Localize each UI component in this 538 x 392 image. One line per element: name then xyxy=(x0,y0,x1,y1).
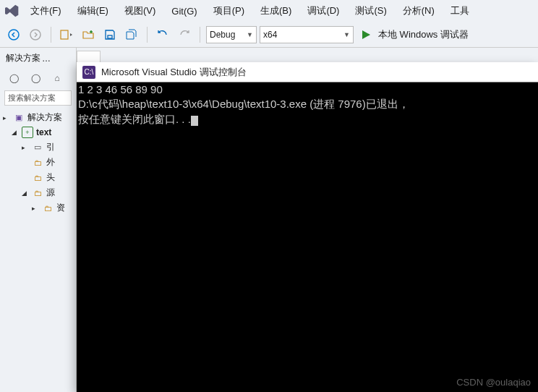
solution-label: 解决方案 xyxy=(27,111,62,124)
menu-tools[interactable]: 工具 xyxy=(443,1,477,20)
console-line-3: 按任意键关闭此窗口. . . xyxy=(78,113,191,125)
redo-button[interactable] xyxy=(175,25,194,44)
source-node[interactable]: ◢ 🗀 源 xyxy=(0,185,76,200)
menu-project[interactable]: 项目(P) xyxy=(206,1,252,20)
folder-icon: 🗀 xyxy=(32,172,43,184)
console-cursor xyxy=(191,116,198,126)
folder-icon: 🗀 xyxy=(32,187,43,199)
toolbar-sep3 xyxy=(200,27,200,43)
source-label: 源 xyxy=(46,187,55,199)
console-app-icon: C:\ xyxy=(82,66,95,79)
expand-icon: ▸ xyxy=(3,114,10,122)
cpp-file-node[interactable]: ▸ 🗀 资 xyxy=(0,200,76,216)
toolbar-sep2 xyxy=(147,27,148,43)
external-label: 外 xyxy=(46,156,55,169)
vs-logo-icon xyxy=(3,1,22,20)
solution-explorer-toolbar: ◯ ◯ ⌂ xyxy=(0,69,76,88)
expand-icon: ▸ xyxy=(32,205,39,212)
nav-forward-button[interactable] xyxy=(26,25,45,44)
save-all-button[interactable] xyxy=(122,25,141,44)
expand-icon: ◢ xyxy=(22,189,29,197)
project-label: text xyxy=(36,127,51,137)
solution-icon: ▣ xyxy=(13,112,25,124)
solution-explorer-panel: 解决方案 ◯ ◯ ⌂ 搜索解决方案 ▸ ▣ 解决方案 ◢ + text ▸ ▭ … xyxy=(0,48,77,392)
menu-view[interactable]: 视图(V) xyxy=(117,1,163,20)
external-deps-node[interactable]: 🗀 外 xyxy=(0,155,76,170)
menu-build[interactable]: 生成(B) xyxy=(253,1,299,20)
nav-back-button[interactable] xyxy=(4,25,23,44)
folder-icon: 🗀 xyxy=(32,157,43,169)
open-button[interactable] xyxy=(79,25,98,44)
svg-rect-3 xyxy=(108,35,112,38)
menu-git[interactable]: Git(G) xyxy=(164,3,204,20)
console-output[interactable]: 1 2 3 46 56 89 90 D:\c代码\heap\text10-3\x… xyxy=(77,82,538,127)
back-icon[interactable]: ◯ xyxy=(4,70,23,86)
home-icon[interactable]: ⌂ xyxy=(48,70,67,86)
menu-edit[interactable]: 编辑(E) xyxy=(70,1,116,20)
menu-test[interactable]: 测试(S) xyxy=(348,1,393,20)
expand-icon: ◢ xyxy=(12,129,19,136)
chevron-down-icon: ▼ xyxy=(247,31,253,38)
headers-node[interactable]: 🗀 头 xyxy=(0,170,76,185)
solution-explorer-title: 解决方案 xyxy=(0,48,76,69)
project-node[interactable]: ◢ + text xyxy=(0,125,76,140)
platform-label: x64 xyxy=(263,30,277,40)
undo-button[interactable] xyxy=(153,25,172,44)
solution-tree: ▸ ▣ 解决方案 ◢ + text ▸ ▭ 引 🗀 外 🗀 xyxy=(0,108,76,217)
menu-debug[interactable]: 调试(D) xyxy=(300,1,346,20)
console-title-text: Microsoft Visual Studio 调试控制台 xyxy=(101,66,247,79)
headers-label: 头 xyxy=(46,171,55,184)
menu-bar: 文件(F) 编辑(E) 视图(V) Git(G) 项目(P) 生成(B) 调试(… xyxy=(0,0,538,22)
cpp-file-label: 资 xyxy=(56,202,65,214)
toolbar: Debug▼ x64▼ 本地 Windows 调试器 xyxy=(0,22,538,48)
platform-combo[interactable]: x64▼ xyxy=(260,26,354,43)
watermark-text: CSDN @oulaqiao xyxy=(456,377,531,388)
solution-node[interactable]: ▸ ▣ 解决方案 xyxy=(0,110,76,125)
console-line-1: 1 2 3 46 56 89 90 xyxy=(78,83,163,95)
toolbar-sep xyxy=(51,27,51,43)
new-dropdown[interactable] xyxy=(57,25,76,44)
start-debug-label[interactable]: 本地 Windows 调试器 xyxy=(378,28,469,41)
start-debug-button[interactable] xyxy=(356,25,375,44)
references-icon: ▭ xyxy=(32,142,43,153)
console-titlebar[interactable]: C:\ Microsoft Visual Studio 调试控制台 xyxy=(77,62,538,82)
config-label: Debug xyxy=(210,30,235,40)
solution-search-input[interactable]: 搜索解决方案 xyxy=(4,90,72,106)
console-line-2: D:\c代码\heap\text10-3\x64\Debug\text10-3.… xyxy=(78,98,409,110)
chevron-down-icon: ▼ xyxy=(343,31,350,38)
debug-console-window: C:\ Microsoft Visual Studio 调试控制台 1 2 3 … xyxy=(77,62,538,392)
menu-file[interactable]: 文件(F) xyxy=(23,1,69,20)
expand-icon: ▸ xyxy=(22,144,29,151)
folder-icon: 🗀 xyxy=(42,203,54,214)
menu-analyze[interactable]: 分析(N) xyxy=(396,1,442,20)
references-label: 引 xyxy=(46,141,55,153)
references-node[interactable]: ▸ ▭ 引 xyxy=(0,140,76,155)
svg-rect-2 xyxy=(61,30,68,39)
project-icon: + xyxy=(22,127,33,138)
svg-point-1 xyxy=(30,30,40,40)
config-combo[interactable]: Debug▼ xyxy=(206,26,257,43)
svg-point-0 xyxy=(9,30,19,40)
save-button[interactable] xyxy=(101,25,119,44)
forward-icon[interactable]: ◯ xyxy=(26,70,45,86)
